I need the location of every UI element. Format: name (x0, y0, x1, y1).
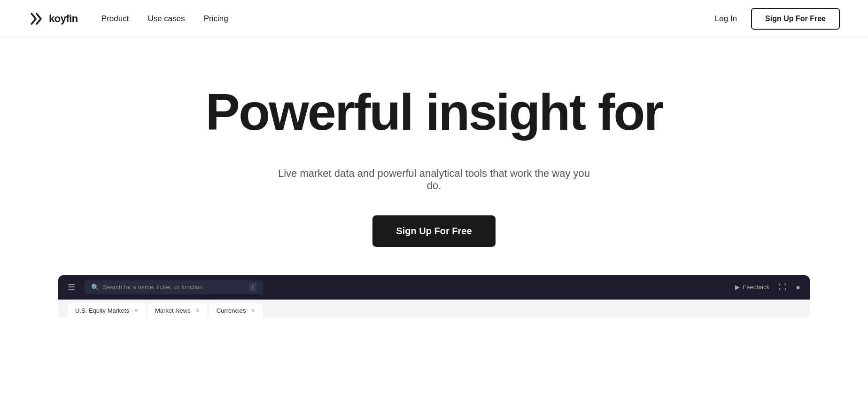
login-link[interactable]: Log In (715, 14, 737, 24)
hero-headline: Powerful insight for (206, 85, 663, 139)
tab-label-0: U.S. Equity Markets (75, 307, 129, 314)
search-placeholder: Search for a name, ticker, or function (103, 284, 202, 291)
logo-link[interactable]: koyfin (28, 10, 78, 27)
tab-close-2[interactable]: ✕ (251, 308, 255, 314)
tab-label-1: Market News (155, 307, 191, 314)
nav-links: Product Use cases Pricing (101, 14, 228, 24)
navbar-left: koyfin Product Use cases Pricing (28, 10, 228, 27)
hero-subtitle: Live market data and powerful analytical… (270, 167, 598, 192)
tab-label-2: Currencies (217, 307, 246, 314)
logo-text: koyfin (49, 13, 78, 25)
tab-currencies[interactable]: Currencies ✕ (209, 303, 263, 318)
tab-market-news[interactable]: Market News ✕ (147, 303, 207, 318)
hero-section: Powerful insight for Live market data an… (0, 38, 868, 346)
navbar-right: Log In Sign Up For Free (715, 8, 840, 30)
search-shortcut-kbd: / (249, 283, 256, 292)
nav-pricing[interactable]: Pricing (204, 14, 228, 23)
dashboard-preview: ☰ 🔍 Search for a name, ticker, or functi… (58, 275, 810, 318)
feedback-button[interactable]: ▶ Feedback (735, 284, 769, 291)
logo-icon (28, 10, 45, 27)
navbar: koyfin Product Use cases Pricing Log In … (0, 0, 868, 38)
search-icon: 🔍 (91, 284, 99, 291)
tab-us-equity[interactable]: U.S. Equity Markets ✕ (68, 303, 146, 318)
dashboard-topbar: ☰ 🔍 Search for a name, ticker, or functi… (58, 275, 810, 300)
nav-product[interactable]: Product (101, 14, 129, 23)
hero-signup-button[interactable]: Sign Up For Free (372, 215, 495, 247)
tab-close-0[interactable]: ✕ (134, 308, 138, 314)
feedback-label: Feedback (743, 284, 769, 291)
search-bar[interactable]: 🔍 Search for a name, ticker, or function… (85, 280, 263, 294)
tab-close-1[interactable]: ✕ (195, 308, 200, 314)
menu-icon: ☰ (68, 282, 75, 292)
topbar-right: ▶ Feedback ⛶ ● (735, 283, 800, 292)
nav-use-cases[interactable]: Use cases (147, 14, 185, 23)
dashboard-tabs: U.S. Equity Markets ✕ Market News ✕ Curr… (58, 300, 810, 318)
avatar[interactable]: ● (796, 283, 800, 292)
nav-signup-button[interactable]: Sign Up For Free (751, 8, 840, 30)
expand-icon[interactable]: ⛶ (779, 283, 786, 292)
feedback-icon: ▶ (735, 284, 740, 291)
